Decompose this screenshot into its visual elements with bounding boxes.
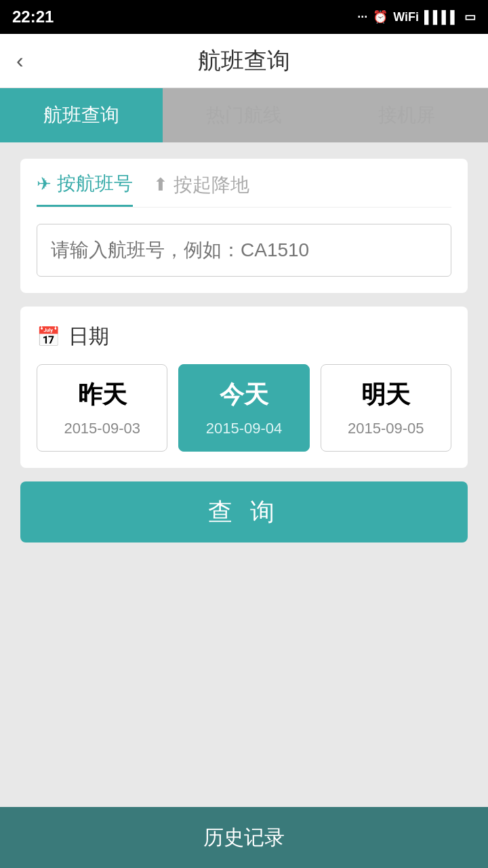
tab-hot-routes[interactable]: 热门航线 <box>163 88 325 142</box>
battery-icon: ▭ <box>464 9 476 24</box>
day-label-yesterday: 昨天 <box>44 378 160 412</box>
date-value-yesterday: 2015-09-03 <box>44 420 160 437</box>
mode-tab-by-flight-no[interactable]: ✈ 按航班号 <box>37 171 133 207</box>
day-label-tomorrow: 明天 <box>328 378 444 412</box>
plane-icon: ✈ <box>37 174 52 195</box>
mode-tab-by-origin-dest[interactable]: ⬆ 按起降地 <box>153 172 249 206</box>
status-time: 22:21 <box>12 7 54 26</box>
tab-bar: 航班查询 热门航线 接机屏 <box>0 88 488 142</box>
history-label: 历史记录 <box>203 824 285 852</box>
date-option-yesterday[interactable]: 昨天 2015-09-03 <box>37 364 167 452</box>
search-mode-tabs: ✈ 按航班号 ⬆ 按起降地 <box>20 159 468 207</box>
calendar-icon: 📅 <box>37 326 60 348</box>
alarm-icon: ⏰ <box>373 9 388 24</box>
date-option-today[interactable]: 今天 2015-09-04 <box>178 364 309 452</box>
header: ‹ 航班查询 <box>0 34 488 88</box>
status-bar: 22:21 ··· ⏰ WiFi ▌▌▌▌ ▭ <box>0 0 488 34</box>
back-button[interactable]: ‹ <box>16 48 24 73</box>
wifi-icon: WiFi <box>393 10 419 24</box>
tab-flight-query[interactable]: 航班查询 <box>0 88 163 142</box>
flight-number-input[interactable] <box>37 224 451 277</box>
back-icon: ‹ <box>16 48 24 73</box>
day-label-today: 今天 <box>186 378 302 412</box>
tab-pickup-screen[interactable]: 接机屏 <box>325 88 488 142</box>
mode-by-origin-dest-label: 按起降地 <box>174 172 249 198</box>
date-options: 昨天 2015-09-03 今天 2015-09-04 明天 2015-09-0… <box>37 364 451 452</box>
signal-icon: ▌▌▌▌ <box>424 10 459 24</box>
date-value-tomorrow: 2015-09-05 <box>328 420 444 437</box>
flight-input-wrapper <box>20 208 468 293</box>
status-icons: ··· ⏰ WiFi ▌▌▌▌ ▭ <box>357 9 476 24</box>
mode-by-flight-no-label: 按航班号 <box>57 171 133 197</box>
query-button[interactable]: 查 询 <box>20 481 468 542</box>
date-value-today: 2015-09-04 <box>186 420 302 437</box>
search-mode-card: ✈ 按航班号 ⬆ 按起降地 <box>20 159 468 293</box>
location-icon: ⬆ <box>153 174 168 195</box>
page-title: 航班查询 <box>198 45 290 77</box>
main-content: ✈ 按航班号 ⬆ 按起降地 📅 日期 昨天 2015-09-03 今天 2 <box>0 142 488 807</box>
date-option-tomorrow[interactable]: 明天 2015-09-05 <box>321 364 451 452</box>
date-card: 📅 日期 昨天 2015-09-03 今天 2015-09-04 明天 2015… <box>20 307 468 468</box>
bottom-bar[interactable]: 历史记录 <box>0 807 488 868</box>
dots-icon: ··· <box>357 10 367 24</box>
date-header: 📅 日期 <box>37 323 451 351</box>
date-label: 日期 <box>68 323 109 351</box>
